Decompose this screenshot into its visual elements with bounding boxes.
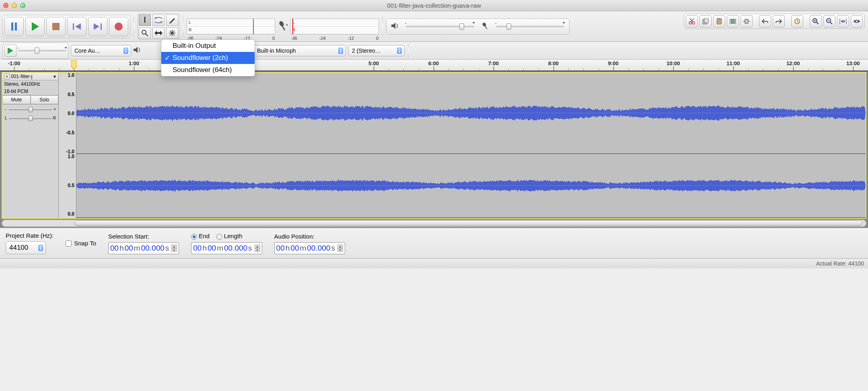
play-at-speed-button[interactable] [4, 45, 16, 57]
input-channels-select[interactable]: 2 (Stereo…▲▼ [348, 45, 405, 56]
recording-volume-slider[interactable]: -+ [496, 26, 564, 27]
dropdown-item-soundflower-64ch[interactable]: Soundflower (64ch) [161, 64, 255, 76]
edit-panel [684, 14, 865, 29]
playback-volume-slider[interactable]: -+ [406, 26, 474, 27]
stop-button[interactable] [46, 17, 66, 36]
svg-line-12 [146, 34, 148, 36]
track-menu-button[interactable]: ▼ [53, 74, 57, 79]
svg-marker-2 [32, 22, 39, 31]
svg-marker-53 [858, 20, 860, 23]
svg-point-24 [689, 22, 691, 24]
svg-rect-0 [11, 23, 13, 31]
device-toolbar: -+ Core Au…▲▼ Built-in Microph▲▼ 2 (Ster… [0, 42, 868, 60]
track-name[interactable]: 001-filter-j [11, 74, 51, 79]
selection-start-label: Selection Start: [108, 233, 179, 240]
draw-tool[interactable] [166, 14, 178, 26]
horizontal-scrollbar[interactable] [2, 220, 866, 227]
silence-button[interactable] [740, 15, 753, 27]
project-rate-select[interactable]: 44100▲▼ [6, 241, 46, 254]
redo-button[interactable] [773, 15, 785, 27]
svg-point-10 [160, 21, 162, 23]
selection-tool[interactable]: I [139, 14, 151, 26]
cut-button[interactable] [686, 15, 698, 27]
waveform-channel-left[interactable] [76, 73, 866, 154]
svg-point-18 [482, 22, 487, 27]
output-device-dropdown: Built-in Output ✓Soundflower (2ch) Sound… [161, 39, 255, 76]
svg-marker-51 [843, 20, 845, 23]
svg-rect-29 [704, 18, 708, 23]
meter-r-label: R [189, 28, 191, 32]
play-button[interactable] [25, 17, 45, 36]
paste-button[interactable] [713, 15, 725, 27]
close-icon[interactable] [3, 3, 8, 8]
playback-speed-slider[interactable]: -+ [18, 50, 66, 51]
svg-marker-5 [75, 23, 81, 30]
svg-marker-50 [841, 20, 843, 23]
end-radio[interactable] [191, 234, 197, 240]
timeline-ruler[interactable]: -1:0001:002:005:006:007:008:009:0010:001… [0, 60, 868, 71]
dropdown-item-builtin-output[interactable]: Built-in Output [161, 40, 255, 52]
zoom-tool[interactable] [139, 27, 151, 39]
scrollbar-thumb[interactable] [74, 220, 863, 226]
record-button[interactable] [109, 17, 128, 36]
svg-point-11 [142, 30, 146, 34]
sync-lock-button[interactable] [791, 15, 803, 27]
zoom-in-button[interactable] [810, 15, 822, 27]
audio-position-input[interactable]: 00h 00m 00.000s ▴▾ [274, 242, 345, 254]
svg-marker-16 [286, 24, 288, 25]
tools-panel: I [138, 13, 179, 40]
fit-project-button[interactable] [851, 15, 863, 27]
recording-meter[interactable]: L R -36 -24 -12 0 [290, 19, 379, 35]
track-close-button[interactable]: × [4, 74, 10, 79]
svg-marker-17 [391, 23, 395, 29]
pan-slider[interactable]: L R [5, 115, 56, 122]
svg-marker-13 [154, 31, 162, 35]
svg-rect-1 [15, 23, 17, 31]
waveform-area[interactable] [76, 73, 866, 218]
trim-button[interactable] [727, 15, 739, 27]
selection-end-input[interactable]: 00h 00m 00.000s ▴▾ [191, 242, 262, 254]
microphone-icon[interactable] [278, 21, 288, 33]
svg-marker-20 [8, 47, 13, 54]
length-radio[interactable] [216, 234, 222, 240]
fit-selection-button[interactable] [837, 15, 849, 27]
zoom-icon[interactable] [20, 3, 25, 8]
check-icon: ✓ [165, 54, 170, 62]
minimize-icon[interactable] [12, 3, 17, 8]
multi-tool[interactable] [166, 27, 178, 39]
separator [408, 44, 409, 57]
svg-rect-4 [73, 23, 74, 30]
input-device-select[interactable]: Built-in Microph▲▼ [253, 45, 346, 56]
status-bar: Actual Rate: 44100 [0, 258, 868, 268]
pause-button[interactable] [4, 17, 24, 36]
selection-bar: Project Rate (Hz): 44100▲▼ Snap To Selec… [0, 228, 868, 258]
svg-point-25 [692, 22, 695, 24]
window-title: 001-filter-java-collection-guava-raw [0, 2, 868, 9]
speaker-icon [134, 46, 142, 55]
copy-button[interactable] [699, 15, 712, 27]
undo-button[interactable] [759, 15, 771, 27]
audio-position-group: Audio Position: 00h 00m 00.000s ▴▾ [274, 233, 345, 254]
titlebar: 001-filter-java-collection-guava-raw [0, 0, 868, 11]
svg-rect-3 [52, 23, 60, 30]
audio-host-select[interactable]: Core Au…▲▼ [71, 45, 131, 56]
skip-end-button[interactable] [88, 17, 107, 36]
dropdown-item-soundflower-2ch[interactable]: ✓Soundflower (2ch) [161, 52, 255, 64]
snap-to-checkbox[interactable] [66, 241, 72, 247]
snap-to-group: Snap To [66, 240, 96, 247]
zoom-out-button[interactable] [823, 15, 835, 27]
selection-start-input[interactable]: 00h 00m 00.000s ▴▾ [108, 242, 179, 254]
recording-meter-group: L R -36 -24 -12 0 [278, 19, 379, 35]
gain-slider[interactable]: - + [5, 106, 56, 113]
skip-start-button[interactable] [67, 17, 86, 36]
mute-button[interactable]: Mute [2, 95, 31, 104]
envelope-tool[interactable] [152, 14, 165, 26]
waveform-channel-right[interactable] [76, 154, 866, 218]
svg-marker-55 [71, 60, 77, 70]
actual-rate: Actual Rate: 44100 [816, 260, 864, 267]
svg-rect-30 [717, 19, 722, 24]
solo-button[interactable]: Solo [31, 95, 59, 104]
timeshift-tool[interactable] [152, 27, 165, 39]
playback-meter[interactable]: L R -36 -24 -12 0 [187, 19, 275, 35]
svg-rect-37 [745, 19, 748, 23]
